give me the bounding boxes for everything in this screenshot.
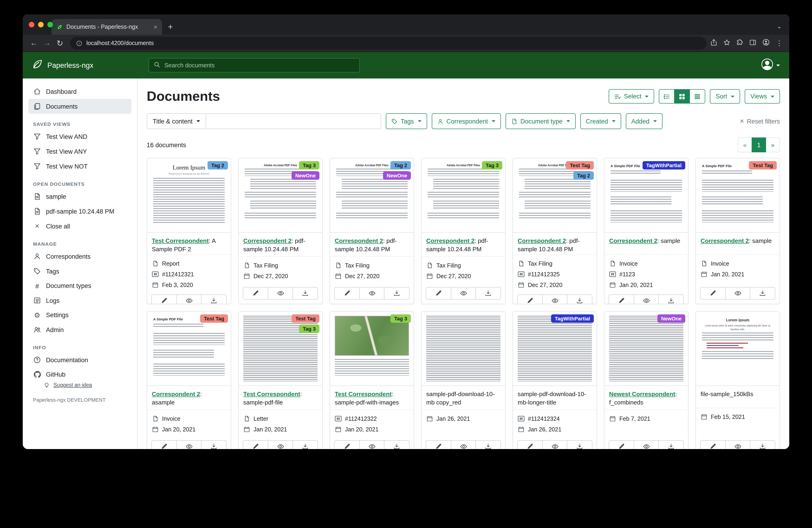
correspondent-filter-button[interactable]: Correspondent	[432, 113, 501, 129]
tag-badge-newone[interactable]: NewOne	[383, 171, 411, 180]
side-panel-icon[interactable]	[749, 39, 756, 47]
sidebar-item-logs[interactable]: Logs	[28, 293, 131, 308]
edit-button[interactable]	[700, 440, 725, 449]
document-thumbnail[interactable]: TagWithPartial	[513, 312, 597, 386]
download-button[interactable]	[658, 295, 684, 304]
sidebar-item-settings[interactable]: ⚙Settings	[28, 308, 131, 322]
tag-badge-newone[interactable]: NewOne	[657, 314, 685, 323]
reset-filters-button[interactable]: × Reset filters	[740, 117, 780, 125]
profile-avatar-icon[interactable]	[762, 39, 770, 48]
view-button[interactable]	[267, 287, 293, 300]
added-filter-button[interactable]: Added	[626, 113, 662, 129]
download-button[interactable]	[567, 295, 592, 304]
document-type-filter-button[interactable]: Document type	[506, 113, 576, 129]
close-window-button[interactable]	[29, 22, 34, 27]
new-tab-button[interactable]: +	[164, 20, 177, 33]
view-button[interactable]	[634, 295, 659, 304]
tag-badge-newone[interactable]: NewOne	[292, 171, 319, 180]
correspondent-link[interactable]: Correspondent 2	[335, 237, 383, 244]
sidebar-item-documents[interactable]: Documents	[28, 99, 131, 114]
download-button[interactable]	[476, 440, 501, 449]
bookmark-star-icon[interactable]	[723, 39, 730, 47]
site-info-icon[interactable]	[76, 40, 82, 46]
download-button[interactable]	[567, 440, 592, 449]
view-button[interactable]	[359, 440, 385, 449]
user-menu[interactable]	[762, 58, 780, 72]
tag-badge-test-tag[interactable]: Test Tag	[749, 161, 777, 170]
view-button[interactable]	[542, 295, 567, 304]
document-title-link[interactable]: Correspondent 2: sample	[696, 233, 780, 255]
edit-button[interactable]	[426, 287, 451, 300]
document-thumbnail[interactable]: Adobe Acrobat PDF FilesTag 3NewOne	[238, 158, 322, 233]
sidebar-item-correspondents[interactable]: Correspondents	[28, 249, 131, 264]
document-title-link[interactable]: Test Correspondent: sample-pdf-with-imag…	[330, 386, 414, 410]
tag-badge-tag-2[interactable]: Tag 2	[390, 161, 411, 170]
correspondent-link[interactable]: Correspondent 2	[426, 237, 475, 244]
pagination-next-button[interactable]: »	[766, 138, 780, 152]
document-thumbnail[interactable]: Lorem Ipsum"Neque porro quisquam est qui…	[147, 158, 231, 233]
sidebar-item-github[interactable]: GitHub	[28, 367, 131, 382]
select-button[interactable]: Select	[609, 89, 654, 103]
tag-badge-test-tag[interactable]: Test Tag	[292, 314, 319, 323]
tag-badge-tagwithpartial[interactable]: TagWithPartial	[642, 161, 685, 170]
sidebar-item-test-view-not[interactable]: Test View NOT	[28, 159, 131, 174]
correspondent-link[interactable]: Correspondent 2	[243, 237, 292, 244]
download-button[interactable]	[384, 440, 409, 449]
edit-button[interactable]	[517, 295, 542, 304]
view-button[interactable]	[725, 287, 750, 300]
sidebar-item-test-view-and[interactable]: Test View AND	[28, 129, 131, 144]
views-button[interactable]: Views	[745, 89, 780, 103]
document-title-link[interactable]: file-sample_150kBs	[696, 386, 780, 408]
edit-button[interactable]	[151, 440, 177, 449]
edit-button[interactable]	[426, 440, 451, 449]
document-title-link[interactable]: Newest Correspondent: f_combineds	[605, 386, 688, 410]
download-button[interactable]	[201, 440, 227, 449]
created-filter-button[interactable]: Created	[580, 113, 621, 129]
document-thumbnail[interactable]: A Simple PDF FileTagWithPartial	[605, 158, 688, 233]
sidebar-item-test-view-any[interactable]: Test View ANY	[28, 144, 131, 159]
download-button[interactable]	[384, 287, 409, 300]
tag-badge-test-tag[interactable]: Test Tag	[566, 161, 594, 170]
download-button[interactable]	[750, 287, 775, 300]
tags-filter-button[interactable]: Tags	[386, 113, 427, 129]
tag-badge-tag-2[interactable]: Tag 2	[574, 171, 594, 180]
title-content-dropdown[interactable]: Title & content	[147, 113, 206, 129]
minimize-window-button[interactable]	[38, 22, 44, 27]
document-title-link[interactable]: Correspondent 2: pdf-sample 10.24.48 PM	[422, 233, 505, 257]
download-button[interactable]	[201, 295, 227, 304]
tag-badge-tagwithpartial[interactable]: TagWithPartial	[551, 314, 594, 323]
correspondent-link[interactable]: Test Correspondent	[243, 390, 300, 398]
pagination-prev-button[interactable]: «	[738, 138, 752, 152]
view-button[interactable]	[176, 295, 202, 304]
view-button[interactable]	[542, 440, 567, 449]
grid-view-button[interactable]	[675, 89, 690, 103]
sidebar-item-admin[interactable]: Admin	[28, 322, 131, 337]
edit-button[interactable]	[243, 287, 268, 300]
edit-button[interactable]	[609, 295, 634, 304]
correspondent-link[interactable]: Correspondent 2	[609, 237, 657, 244]
document-title-link[interactable]: Test Correspondent: sample-pdf-file	[238, 386, 322, 410]
pagination-page-1[interactable]: 1	[752, 138, 766, 152]
view-button[interactable]	[634, 440, 659, 449]
tag-badge-tag-2[interactable]: Tag 2	[207, 161, 228, 170]
correspondent-link[interactable]: Test Correspondent	[335, 390, 392, 398]
download-button[interactable]	[293, 440, 318, 449]
document-title-link[interactable]: Correspondent 2: pdf-sample 10.24.48 PM	[513, 233, 597, 255]
list-view-button[interactable]	[659, 89, 675, 103]
view-button[interactable]	[267, 440, 293, 449]
tag-badge-tag-3[interactable]: Tag 3	[390, 314, 411, 323]
document-thumbnail[interactable]: Adobe Acrobat PDF FilesTag 3	[422, 158, 505, 233]
view-button[interactable]	[451, 287, 476, 300]
document-thumbnail[interactable]: NewOne	[605, 312, 688, 386]
sidebar-item-documentation[interactable]: Documentation	[28, 353, 131, 367]
correspondent-link[interactable]: Newest Correspondent	[609, 390, 675, 398]
view-button[interactable]	[359, 287, 385, 300]
download-button[interactable]	[750, 440, 775, 449]
address-bar[interactable]: localhost:4200/documents	[70, 37, 707, 50]
tab-search-chevron-icon[interactable]: ⌄	[777, 23, 782, 29]
document-title-link[interactable]: sample-pdf-download-10-mb-longer-title	[513, 386, 597, 410]
view-button[interactable]	[725, 440, 750, 449]
maximize-window-button[interactable]	[47, 22, 53, 27]
document-thumbnail[interactable]: Adobe Acrobat PDF FilesTag 2NewOne	[330, 158, 414, 233]
edit-button[interactable]	[517, 440, 542, 449]
